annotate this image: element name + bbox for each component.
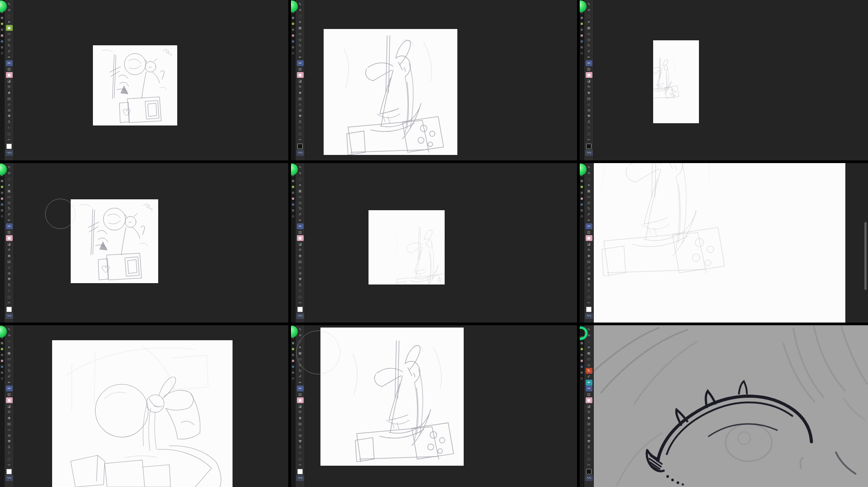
ruler-icon[interactable]: ⚐ xyxy=(586,450,592,456)
move-icon[interactable]: ✛ xyxy=(297,333,304,338)
ellipse-icon[interactable]: ○ xyxy=(6,294,13,300)
zoom-icon[interactable]: ◎ xyxy=(586,200,592,206)
decoration-icon[interactable]: ■ xyxy=(6,397,13,403)
airbrush-icon[interactable]: ▨ xyxy=(297,66,304,72)
rotate-view-icon[interactable]: ↻ xyxy=(297,206,304,212)
zoom-icon[interactable]: ◎ xyxy=(6,200,13,206)
frame-border-icon[interactable]: ⊞ xyxy=(297,270,304,276)
operation-icon[interactable]: ▣ xyxy=(6,350,13,356)
pen-icon[interactable]: ✒ xyxy=(586,54,592,60)
drawing-canvas[interactable] xyxy=(653,40,699,123)
ruler-icon[interactable]: ⚐ xyxy=(297,288,304,294)
blend-icon[interactable]: ✣ xyxy=(586,247,592,253)
airbrush-icon[interactable]: ▨ xyxy=(6,391,13,397)
brush-icon[interactable]: ✑ xyxy=(586,386,592,391)
select-arrow-icon[interactable]: ➤ xyxy=(586,182,592,188)
figure-icon[interactable]: ▱ xyxy=(6,427,13,433)
select-arrow-icon[interactable]: ➤ xyxy=(297,182,304,188)
select-arrow-icon[interactable]: ➤ xyxy=(297,344,304,350)
select-arrow-icon[interactable]: ➤ xyxy=(6,19,13,25)
lasso-icon[interactable]: ◌ xyxy=(586,13,592,19)
figure-icon[interactable]: ▱ xyxy=(297,427,304,433)
correction-icon[interactable]: ✂ xyxy=(297,300,304,306)
pen-icon[interactable]: ✒ xyxy=(6,217,13,223)
balloon-icon[interactable]: ♥ xyxy=(6,113,13,119)
stabilizer-wave-icon[interactable]: ∿∿ xyxy=(296,150,304,156)
decoration-icon[interactable]: ■ xyxy=(586,72,592,78)
select-arrow-icon[interactable]: ➤ xyxy=(586,344,592,350)
ellipse-icon[interactable]: ○ xyxy=(586,456,592,462)
blend-icon[interactable]: ✣ xyxy=(6,247,13,253)
color-swatch-foreground[interactable] xyxy=(6,307,12,312)
eraser-icon[interactable]: ◪ xyxy=(6,241,13,247)
fill-icon[interactable]: ◆ xyxy=(297,90,304,96)
frame-border-icon[interactable]: ⊞ xyxy=(586,107,592,113)
eraser-icon[interactable]: ◪ xyxy=(586,78,592,84)
blend-icon[interactable]: ✣ xyxy=(586,84,592,90)
balloon-icon[interactable]: ♥ xyxy=(586,113,592,119)
fill-icon[interactable]: ◆ xyxy=(6,90,13,96)
eyedropper-icon[interactable]: ✐ xyxy=(6,212,13,217)
drawing-canvas[interactable] xyxy=(324,29,457,155)
decoration-icon[interactable]: ■ xyxy=(6,235,13,241)
blend-icon[interactable]: ✣ xyxy=(6,409,13,415)
ellipse-icon[interactable]: ○ xyxy=(297,294,304,300)
eyedropper-icon[interactable]: ✐ xyxy=(297,48,304,54)
fill-icon[interactable]: ◆ xyxy=(6,415,13,421)
drawing-canvas[interactable] xyxy=(592,163,845,323)
zoom-icon[interactable]: ◎ xyxy=(297,200,304,206)
text-icon[interactable]: A xyxy=(6,444,13,450)
operation-icon[interactable]: ▣ xyxy=(297,350,304,356)
figure-icon[interactable]: ▱ xyxy=(586,101,592,107)
brush-icon[interactable]: ✑ xyxy=(297,60,304,66)
correction-icon[interactable]: ✂ xyxy=(297,137,304,143)
text-icon[interactable]: A xyxy=(6,119,13,125)
decoration-icon[interactable]: ■ xyxy=(586,235,592,241)
decoration-icon[interactable]: ■ xyxy=(6,72,13,78)
blend-icon[interactable]: ✣ xyxy=(297,84,304,90)
eraser-icon[interactable]: ◪ xyxy=(6,78,13,84)
operation-icon[interactable]: ▣ xyxy=(297,188,304,194)
fill-icon[interactable]: ◆ xyxy=(297,253,304,259)
rotate-view-icon[interactable]: ↻ xyxy=(586,368,592,374)
ruler-icon[interactable]: ⚐ xyxy=(586,125,592,131)
eyedropper-icon[interactable]: ✐ xyxy=(586,374,592,380)
eraser-icon[interactable]: ◪ xyxy=(297,403,304,409)
pen-icon[interactable]: ✒ xyxy=(586,380,592,386)
gradient-icon[interactable]: ▤ xyxy=(586,96,592,101)
balloon-icon[interactable]: ♥ xyxy=(586,276,592,282)
blend-icon[interactable]: ✣ xyxy=(297,409,304,415)
frame-border-icon[interactable]: ⊞ xyxy=(297,433,304,439)
correction-icon[interactable]: ✂ xyxy=(586,300,592,306)
correction-icon[interactable]: ✂ xyxy=(586,137,592,143)
pen-icon[interactable]: ✒ xyxy=(297,380,304,386)
brush-icon[interactable]: ✑ xyxy=(6,223,13,229)
correction-icon[interactable]: ✂ xyxy=(586,462,592,468)
move-icon[interactable]: ✛ xyxy=(6,333,13,338)
fill-icon[interactable]: ◆ xyxy=(586,90,592,96)
move-icon[interactable]: ✛ xyxy=(297,170,304,176)
select-arrow-icon[interactable]: ➤ xyxy=(6,344,13,350)
correction-icon[interactable]: ✂ xyxy=(6,462,13,468)
gradient-icon[interactable]: ▤ xyxy=(586,259,592,265)
text-icon[interactable]: A xyxy=(586,119,592,125)
ruler-icon[interactable]: ⚐ xyxy=(297,450,304,456)
gradient-icon[interactable]: ▤ xyxy=(6,259,13,265)
color-swatch-foreground[interactable] xyxy=(297,307,303,312)
stabilizer-wave-icon[interactable]: ∿∿ xyxy=(5,313,13,319)
airbrush-icon[interactable]: ▨ xyxy=(586,391,592,397)
ruler-icon[interactable]: ⚐ xyxy=(6,450,13,456)
eraser-icon[interactable]: ◪ xyxy=(6,403,13,409)
frame-border-icon[interactable]: ⊞ xyxy=(6,433,13,439)
lasso-icon[interactable]: ◌ xyxy=(586,176,592,182)
correction-icon[interactable]: ✂ xyxy=(6,300,13,306)
ellipse-icon[interactable]: ○ xyxy=(6,131,13,137)
gradient-icon[interactable]: ▤ xyxy=(6,96,13,101)
frame-border-icon[interactable]: ⊞ xyxy=(586,270,592,276)
select-arrow-icon[interactable]: ➤ xyxy=(297,19,304,25)
decoration-icon[interactable]: ■ xyxy=(297,235,304,241)
operation-icon[interactable]: ▣ xyxy=(586,350,592,356)
text-icon[interactable]: A xyxy=(586,282,592,288)
ellipse-icon[interactable]: ○ xyxy=(586,131,592,137)
zoom-icon[interactable]: ◎ xyxy=(586,37,592,43)
